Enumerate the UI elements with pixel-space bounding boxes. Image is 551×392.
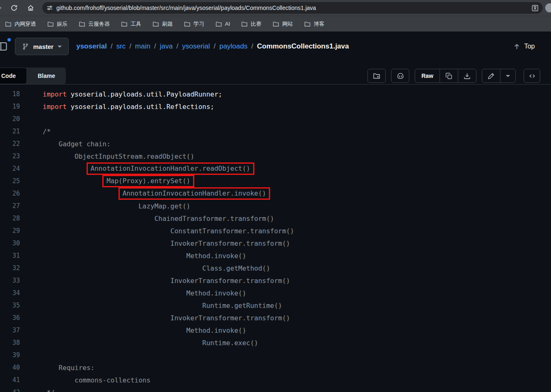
- translate-icon[interactable]: [532, 5, 539, 12]
- branch-selector-button[interactable]: master: [15, 38, 69, 55]
- profile-avatar[interactable]: [545, 3, 551, 12]
- bookmark-folder[interactable]: 娱乐: [47, 20, 68, 28]
- address-bar[interactable]: github.com/frohoff/ysoserial/blob/master…: [42, 2, 543, 14]
- line-number[interactable]: 26: [0, 190, 20, 197]
- code-text: Map(Proxy).entrySet(): [43, 175, 194, 187]
- home-icon[interactable]: [25, 2, 36, 14]
- breadcrumb-current-file: CommonsCollections1.java: [257, 42, 349, 51]
- copilot-button[interactable]: [391, 69, 409, 83]
- line-number[interactable]: 27: [0, 202, 20, 210]
- breadcrumb-link[interactable]: src: [116, 42, 126, 51]
- line-number[interactable]: 24: [0, 165, 20, 172]
- line-number[interactable]: 20: [0, 115, 20, 123]
- code-line: 42 */: [0, 386, 551, 392]
- edit-file-button[interactable]: [482, 69, 500, 82]
- chevron-down-icon: [506, 75, 510, 77]
- edit-dropdown-button[interactable]: [500, 69, 515, 82]
- line-number[interactable]: 34: [0, 289, 20, 297]
- code-text: LazyMap.get(): [43, 202, 190, 210]
- line-number[interactable]: 38: [0, 339, 20, 346]
- line-number[interactable]: 22: [0, 140, 20, 148]
- code-text: Gadget chain:: [43, 140, 111, 148]
- line-number[interactable]: 33: [0, 277, 20, 284]
- line-number[interactable]: 23: [0, 152, 20, 160]
- scroll-to-top-button[interactable]: Top: [513, 43, 535, 50]
- bookmark-label: 工具: [130, 20, 141, 28]
- bookmark-folder[interactable]: 博客: [304, 20, 324, 28]
- folder-icon: [47, 21, 54, 27]
- line-number[interactable]: 36: [0, 314, 20, 322]
- line-number[interactable]: 39: [0, 351, 20, 359]
- line-number[interactable]: 21: [0, 128, 20, 135]
- code-line: 20: [0, 113, 551, 125]
- file-tree-toggle-button[interactable]: [0, 39, 9, 54]
- branch-name: master: [33, 43, 53, 50]
- copy-icon: [445, 73, 452, 80]
- breadcrumb-separator: /: [176, 42, 179, 51]
- code-blame-tabs: Code Blame: [0, 68, 66, 84]
- forward-icon[interactable]: [0, 2, 5, 14]
- bookmark-folder[interactable]: 刷题: [152, 20, 173, 28]
- bookmark-folder[interactable]: 云服务器: [79, 20, 110, 28]
- line-number[interactable]: 40: [0, 364, 20, 371]
- code-text: Method.invoke(): [43, 252, 246, 260]
- breadcrumb: ysoserial/src/main/java/ysoserial/payloa…: [76, 42, 349, 51]
- download-raw-button[interactable]: [458, 69, 476, 82]
- breadcrumb-separator: /: [154, 42, 156, 51]
- code-toolbar-row: Code Blame Raw: [0, 68, 551, 84]
- line-number[interactable]: 35: [0, 302, 20, 309]
- line-number[interactable]: 41: [0, 376, 20, 384]
- line-number[interactable]: 31: [0, 252, 20, 259]
- folder-icon: [273, 21, 279, 27]
- line-number[interactable]: 25: [0, 177, 20, 185]
- bookmark-folder[interactable]: AI: [215, 21, 230, 27]
- bookmark-folder[interactable]: 学习: [184, 20, 204, 28]
- breadcrumb-link[interactable]: payloads: [219, 42, 247, 51]
- raw-button[interactable]: Raw: [415, 69, 440, 82]
- code-text: commons-collections: [43, 376, 150, 384]
- symbols-panel-button[interactable]: [524, 69, 540, 83]
- code-line: 28 ChainedTransformer.transform(): [0, 212, 551, 225]
- bookmark-label: 云服务器: [88, 20, 110, 28]
- folder-plus-icon: [373, 72, 380, 80]
- line-number[interactable]: 18: [0, 90, 20, 98]
- reload-icon[interactable]: [8, 2, 20, 14]
- code-line: 35 Runtime.getRuntime(): [0, 299, 551, 312]
- breadcrumb-link[interactable]: ysoserial: [76, 42, 107, 51]
- breadcrumb-link[interactable]: ysoserial: [182, 42, 210, 51]
- line-number[interactable]: 30: [0, 240, 20, 247]
- open-workspace-button[interactable]: [367, 69, 386, 83]
- code-line: 31 Method.invoke(): [0, 249, 551, 262]
- bookmark-folder[interactable]: 内网穿透: [5, 20, 36, 28]
- bookmark-folder[interactable]: 比赛: [241, 20, 261, 28]
- line-number[interactable]: 32: [0, 264, 20, 272]
- line-number[interactable]: 29: [0, 227, 20, 235]
- code-line: 30 InvokerTransformer.transform(): [0, 237, 551, 249]
- bookmark-label: 学习: [193, 20, 204, 28]
- code-line: 27 LazyMap.get(): [0, 200, 551, 212]
- bookmark-folder[interactable]: 网站: [273, 20, 293, 28]
- code-line: 24 AnnotationInvocationHandler.readObjec…: [0, 162, 551, 175]
- folder-icon: [152, 21, 159, 27]
- code-text: AnnotationInvocationHandler.invoke(): [43, 187, 270, 200]
- code-text: Runtime.exec(): [43, 339, 258, 347]
- folder-icon: [79, 21, 85, 27]
- copy-raw-button[interactable]: [440, 69, 458, 82]
- line-number[interactable]: 37: [0, 327, 20, 334]
- breadcrumb-link[interactable]: java: [160, 42, 173, 51]
- tab-blame[interactable]: Blame: [27, 68, 66, 84]
- breadcrumb-link[interactable]: main: [135, 42, 150, 51]
- tab-code[interactable]: Code: [0, 68, 27, 84]
- site-settings-icon[interactable]: [46, 5, 53, 11]
- code-line: 40 Requires:: [0, 361, 551, 374]
- url-text[interactable]: github.com/frohoff/ysoserial/blob/master…: [56, 5, 532, 11]
- code-text: */: [43, 389, 55, 392]
- bookmark-label: 刷题: [162, 20, 173, 28]
- code-text: Method.invoke(): [43, 289, 246, 297]
- code-line: 34 Method.invoke(): [0, 287, 551, 299]
- bookmark-folder[interactable]: 工具: [121, 20, 141, 28]
- line-number[interactable]: 19: [0, 103, 20, 110]
- line-number[interactable]: 42: [0, 389, 20, 392]
- annotation-box: AnnotationInvocationHandler.invoke(): [118, 187, 271, 200]
- line-number[interactable]: 28: [0, 215, 20, 222]
